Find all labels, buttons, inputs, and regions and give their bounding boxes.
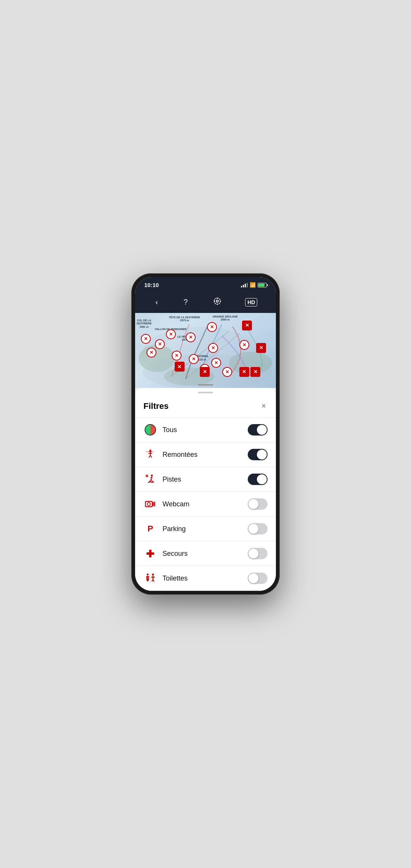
svg-point-19 — [151, 475, 153, 477]
filter-icon-secours — [143, 547, 157, 560]
phone-shell: 10:10 📶 ‹ ? — [131, 273, 280, 595]
svg-line-16 — [150, 455, 152, 458]
svg-line-21 — [150, 477, 153, 478]
bottom-sheet: Filtres × Tous — [135, 388, 276, 591]
closed-marker-sq-1 — [242, 321, 252, 330]
help-button[interactable]: ? — [182, 296, 190, 308]
filter-icon-remontees — [143, 448, 157, 461]
map-area[interactable]: GRANDE SÉOLANE 2909 m TÊTE DE LA SESTRIÈ… — [135, 313, 276, 388]
filter-label-toilettes: Toilettes — [162, 574, 248, 582]
filter-label-tous: Tous — [162, 426, 248, 434]
closed-marker-2 — [166, 329, 176, 339]
status-icons: 📶 — [241, 282, 267, 288]
svg-point-1 — [214, 298, 221, 305]
filter-item-secours: Secours — [135, 541, 276, 566]
hd-button[interactable]: HD — [245, 298, 257, 306]
svg-line-39 — [153, 579, 154, 582]
sheet-title: Filtres — [143, 401, 169, 411]
toggle-parking[interactable] — [248, 523, 268, 535]
svg-line-25 — [151, 482, 154, 482]
close-button[interactable]: × — [260, 400, 268, 412]
webcam-icon — [145, 499, 156, 509]
sheet-handle[interactable] — [135, 388, 276, 397]
drag-handle[interactable] — [198, 384, 213, 386]
filter-label-pistes: Pistes — [162, 475, 248, 483]
closed-marker-12 — [222, 367, 232, 377]
filter-item-parking: P Parking — [135, 517, 276, 541]
mountain-label-col-sestriere: COL DE LA SESTRIÈRE 2461 m — [137, 319, 152, 329]
closed-marker-5 — [208, 343, 218, 353]
signal-icon — [241, 283, 248, 287]
filter-item-webcam: Webcam — [135, 492, 276, 517]
toggle-webcam[interactable] — [248, 498, 268, 510]
sheet-header: Filtres × — [135, 397, 276, 418]
filter-label-parking: Parking — [162, 525, 248, 533]
closed-marker-7 — [147, 348, 156, 357]
map-background: GRANDE SÉOLANE 2909 m TÊTE DE LA SESTRIÈ… — [135, 313, 276, 388]
toggle-remontees[interactable] — [248, 449, 268, 460]
filter-item-pistes: Pistes — [135, 467, 276, 492]
battery-icon — [258, 283, 267, 287]
filter-icon-parking: P — [143, 522, 157, 536]
toggle-toilettes[interactable] — [248, 573, 268, 584]
toolbar: ‹ ? HD — [135, 291, 276, 313]
wifi-icon: 📶 — [250, 282, 256, 288]
svg-line-23 — [151, 479, 153, 482]
closed-marker-6 — [239, 340, 249, 350]
svg-point-35 — [152, 574, 154, 576]
toilettes-icon — [145, 573, 156, 583]
filter-icon-pistes — [143, 472, 157, 486]
filter-item-tous: Tous — [135, 418, 276, 442]
location-button[interactable] — [211, 295, 223, 309]
svg-rect-32 — [147, 552, 154, 555]
filter-icon-webcam — [143, 497, 157, 511]
closed-marker-sq-6 — [200, 367, 210, 377]
mountain-label-tete-sestriere: TÊTE DE LA SESTRIÈRE 2575 m — [169, 316, 200, 322]
filter-icon-toilettes — [143, 571, 157, 585]
status-bar: 10:10 📶 — [135, 277, 276, 291]
svg-point-29 — [147, 503, 150, 506]
pistes-icon — [145, 474, 156, 485]
toggle-tous[interactable] — [248, 424, 268, 436]
filter-icon-tous — [143, 423, 157, 437]
closed-marker-sq-4 — [239, 367, 249, 377]
parking-icon: P — [148, 524, 153, 534]
tous-icon — [145, 424, 156, 436]
closed-marker-4 — [207, 322, 217, 332]
svg-line-24 — [148, 482, 151, 482]
toggle-pistes[interactable] — [248, 474, 268, 485]
secours-icon — [146, 549, 155, 558]
closed-marker-9 — [189, 354, 199, 364]
closed-marker-13 — [141, 334, 151, 344]
closed-marker-1 — [155, 339, 165, 349]
closed-marker-sq-5 — [250, 367, 260, 377]
filter-label-remontees: Remontées — [162, 451, 248, 459]
filter-label-webcam: Webcam — [162, 500, 248, 508]
closed-marker-8 — [172, 351, 182, 361]
filter-item-remontees: Remontées — [135, 442, 276, 467]
mountain-label-grande-seolane: GRANDE SÉOLANE 2909 m — [213, 315, 238, 322]
closed-marker-10 — [211, 358, 221, 368]
closed-marker-3 — [186, 332, 196, 342]
status-time: 10:10 — [144, 282, 159, 288]
closed-marker-sq-2 — [256, 343, 266, 353]
remontees-icon — [145, 449, 156, 460]
svg-point-33 — [147, 574, 149, 576]
svg-point-0 — [217, 300, 219, 302]
phone-screen: 10:10 📶 ‹ ? — [135, 277, 276, 591]
filter-item-toilettes: Toilettes — [135, 566, 276, 591]
filter-label-secours: Secours — [162, 550, 248, 558]
filter-list: Tous — [135, 418, 276, 591]
toggle-secours[interactable] — [248, 548, 268, 559]
back-button[interactable]: ‹ — [153, 296, 160, 308]
closed-marker-sq-3 — [175, 362, 185, 372]
